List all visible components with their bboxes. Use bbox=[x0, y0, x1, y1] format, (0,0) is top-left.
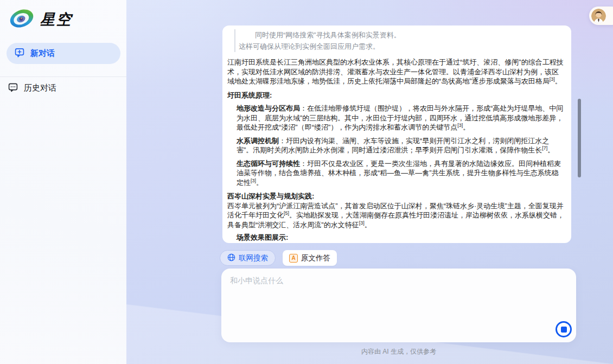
history-chat-label: 历史对话 bbox=[24, 83, 56, 93]
galaxy-logo-icon bbox=[9, 8, 34, 31]
assistant-message-card: 同时使用“网络搜索”寻找具体案例和实景资料。 这样可确保从理论到实例全面回应用户… bbox=[222, 25, 571, 243]
web-search-button[interactable]: 联网搜索 bbox=[220, 250, 276, 266]
user-avatar bbox=[591, 9, 606, 23]
chat-scrollbar-thumb[interactable] bbox=[578, 99, 581, 177]
list-item-text: ：圩田内设有沟渠、涵闸、水车等设施，实现“旱则开闸引江水之利，涝则闭闸拒江水之害… bbox=[237, 137, 554, 155]
new-chat-bubble-plus-icon bbox=[14, 47, 25, 60]
stop-icon bbox=[561, 327, 567, 333]
scene-caption: 场景效果图展示: bbox=[237, 233, 565, 242]
ai-disclaimer: 内容由 AI 生成，仅供参考 bbox=[221, 347, 576, 356]
list-item-ecology: 生态循环与可持续性：圩田不仅是农业区，更是一类次生湿地，具有显著的水陆边缘效应。… bbox=[237, 159, 565, 188]
new-chat-label: 新对话 bbox=[30, 48, 55, 59]
sidebar: 星空 新对话 历 bbox=[0, 0, 126, 364]
section-title-practice: 西岑山深村实景与规划实践: bbox=[227, 191, 565, 201]
list-item-water-control: 水系调控机制：圩田内设有沟渠、涵闸、水车等设施，实现“旱则开闸引江水之利，涝则闭… bbox=[237, 136, 565, 155]
history-bubble-dots-icon bbox=[8, 82, 18, 94]
thinking-line: 同时使用“网络搜索”寻找具体案例和实景资料。 bbox=[239, 29, 565, 41]
brand-title: 星空 bbox=[40, 10, 73, 29]
stop-generating-button[interactable] bbox=[555, 321, 572, 337]
composer-toolbar: 联网搜索 A 原文作答 bbox=[220, 250, 337, 266]
practice-paragraph: 西岑单元被列为“沪派江南营造试点”，其首发启动区位于山深村，聚焦“珠链水乡·灵动… bbox=[227, 201, 565, 230]
section-title-principles: 圩田系统原理: bbox=[227, 91, 565, 100]
history-chat-item[interactable]: 历史对话 bbox=[8, 82, 56, 94]
chat-input[interactable] bbox=[221, 269, 576, 342]
list-item-terrain: 地形改造与分区布局：在低洼地带修筑圩堤（围护堤），将农田与外水隔开，形成“高处为… bbox=[237, 104, 565, 132]
app-window: 星空 新对话 历 bbox=[0, 0, 613, 364]
sidebar-divider bbox=[0, 76, 126, 77]
user-avatar-pill[interactable] bbox=[589, 7, 613, 25]
answer-intro-paragraph: 江南圩田系统是长江三角洲地区典型的水利农业体系，其核心原理在于通过“筑圩、浚沼、… bbox=[227, 58, 565, 86]
list-item-label: 水系调控机制 bbox=[237, 137, 279, 145]
list-item-label: 地形改造与分区布局 bbox=[237, 104, 300, 112]
web-search-label: 联网搜索 bbox=[239, 253, 268, 263]
list-item-label: 生态循环与可持续性 bbox=[237, 159, 300, 168]
original-answer-label: 原文作答 bbox=[301, 253, 330, 263]
brand-logo-row: 星空 bbox=[9, 8, 73, 31]
thinking-quote-block: 同时使用“网络搜索”寻找具体案例和实景资料。 这样可确保从理论到实例全面回应用户… bbox=[234, 29, 565, 52]
composer-box bbox=[221, 269, 576, 342]
thinking-line: 这样可确保从理论到实例全面回应用户需求。 bbox=[239, 41, 565, 52]
original-answer-button[interactable]: A 原文作答 bbox=[283, 250, 337, 266]
document-a-icon: A bbox=[289, 254, 298, 263]
globe-icon bbox=[227, 253, 235, 263]
new-chat-button[interactable]: 新对话 bbox=[7, 43, 120, 64]
